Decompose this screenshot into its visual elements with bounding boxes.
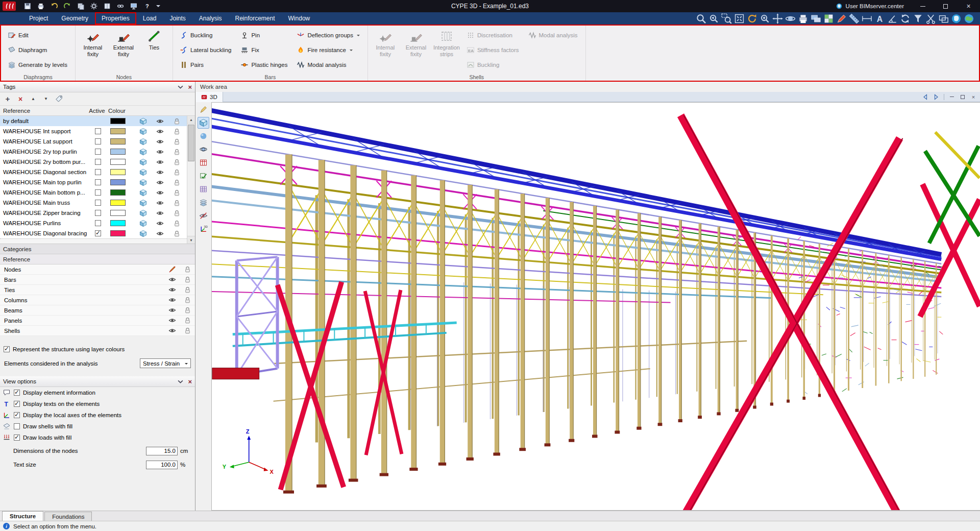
tag-3d-toggle[interactable]	[135, 179, 152, 186]
layer-colours-checkbox[interactable]	[4, 346, 10, 352]
view-option-checkbox[interactable]	[14, 423, 20, 429]
tag-visibility-toggle[interactable]	[152, 179, 168, 186]
tag-lock-toggle[interactable]	[168, 138, 185, 146]
tag-colour-swatch[interactable]	[110, 128, 126, 134]
category-lock-toggle[interactable]	[180, 296, 195, 304]
tag-visibility-toggle[interactable]	[152, 199, 168, 207]
tag-3d-toggle[interactable]	[135, 189, 152, 197]
tag-lock-toggle[interactable]	[168, 189, 185, 197]
tag-row[interactable]: WAREHOUSE Diagonal bracing	[0, 228, 187, 238]
screens-icon[interactable]	[810, 13, 822, 23]
ribbon-fire-resistance-button[interactable]: Fire resistance	[294, 43, 362, 56]
close-panel-icon[interactable]: ×	[188, 378, 192, 385]
view-option-checkbox[interactable]	[14, 390, 20, 396]
ribbon-pairs-button[interactable]: Pairs	[177, 58, 234, 71]
tags-scrollbar[interactable]: ▲ ▼	[187, 116, 195, 244]
text-style-icon[interactable]: A	[874, 13, 886, 23]
zoom-extents-icon[interactable]	[733, 13, 745, 23]
category-row-nodes[interactable]: Nodes	[0, 264, 195, 275]
tag-active-checkbox[interactable]	[95, 128, 101, 134]
menu-window[interactable]: Window	[282, 12, 317, 25]
category-row-panels[interactable]: Panels	[0, 316, 195, 326]
category-visibility-toggle[interactable]	[164, 286, 180, 294]
add-tag-button[interactable]: +	[4, 94, 11, 103]
tag-3d-toggle[interactable]	[135, 199, 152, 207]
tag-3d-toggle[interactable]	[135, 138, 152, 146]
print-button[interactable]	[35, 1, 46, 11]
bimserver-account-button[interactable]: User BIMserver.center	[828, 0, 911, 12]
category-visibility-toggle[interactable]	[164, 276, 180, 283]
category-row-columns[interactable]: Columns	[0, 295, 195, 305]
orbit-icon[interactable]	[785, 13, 796, 23]
ribbon-diaphragm-button[interactable]: Diaphragm	[5, 43, 70, 56]
menu-analysis[interactable]: Analysis	[192, 12, 229, 25]
maximize-button[interactable]	[934, 0, 957, 12]
maximize-view-button[interactable]	[958, 93, 967, 101]
tag-visibility-toggle[interactable]	[152, 158, 168, 166]
previous-view-button[interactable]	[921, 93, 930, 101]
web-globe-icon[interactable]	[963, 13, 975, 23]
tag-colour-swatch[interactable]	[110, 230, 126, 236]
redraw-icon[interactable]	[746, 13, 758, 23]
tag-row[interactable]: WAREHOUSE Diagonal section	[0, 167, 187, 177]
ribbon-generate-by-levels-button[interactable]: Generate by levels	[5, 58, 70, 71]
tag-visibility-toggle[interactable]	[152, 220, 168, 227]
tag-visibility-toggle[interactable]	[152, 128, 168, 135]
check-tool[interactable]	[198, 170, 209, 182]
tab-foundations[interactable]: Foundations	[44, 512, 92, 521]
tag-3d-toggle[interactable]	[135, 148, 152, 156]
category-lock-toggle[interactable]	[180, 286, 195, 294]
tag-lock-toggle[interactable]	[168, 148, 185, 156]
cut-icon[interactable]	[925, 13, 937, 23]
category-visibility-toggle[interactable]	[164, 266, 180, 273]
ribbon-fix-button[interactable]: Fix	[238, 43, 290, 56]
ribbon-plastic-hinges-button[interactable]: Plastic hinges	[238, 58, 290, 71]
category-row-beams[interactable]: Beams	[0, 305, 195, 316]
ribbon-lateral-buckling-button[interactable]: Lateral buckling	[177, 43, 234, 56]
tag-lock-toggle[interactable]	[168, 168, 185, 176]
tag-lock-toggle[interactable]	[168, 158, 185, 166]
tab-3d[interactable]: 3D	[196, 92, 223, 102]
tag-active-checkbox[interactable]	[95, 200, 101, 206]
tab-structure[interactable]: Structure	[2, 511, 43, 521]
link-button[interactable]	[115, 1, 126, 11]
render-tool[interactable]	[198, 130, 209, 142]
copy-button[interactable]	[75, 1, 86, 11]
tag-colour-swatch[interactable]	[110, 189, 126, 196]
move-down-button[interactable]: ▼	[42, 96, 50, 101]
tag-visibility-toggle[interactable]	[152, 230, 168, 237]
dimension-icon[interactable]	[861, 13, 873, 23]
tag-lock-toggle[interactable]	[168, 209, 185, 217]
tag-active-checkbox[interactable]	[95, 149, 101, 155]
tag-visibility-toggle[interactable]	[152, 117, 168, 125]
tag-row[interactable]: WAREHOUSE 2ry top purlin	[0, 147, 187, 157]
tag-row[interactable]: WAREHOUSE Int support	[0, 126, 187, 136]
texture-icon[interactable]	[823, 13, 835, 23]
ruler-icon[interactable]	[848, 13, 860, 23]
scrollbar-thumb[interactable]	[188, 125, 194, 161]
pan-icon[interactable]	[772, 13, 783, 23]
close-view-button[interactable]: ×	[969, 93, 978, 101]
menu-project[interactable]: Project	[22, 12, 55, 25]
tag-visibility-toggle[interactable]	[152, 168, 168, 176]
configuration-button[interactable]	[88, 1, 100, 11]
tag-colour-swatch[interactable]	[110, 159, 126, 165]
category-lock-toggle[interactable]	[180, 276, 195, 283]
tag-active-checkbox[interactable]	[95, 210, 101, 216]
category-row-bars[interactable]: Bars	[0, 275, 195, 285]
tag-active-checkbox[interactable]	[95, 189, 101, 196]
delete-tag-button[interactable]: ×	[17, 95, 24, 103]
tag-lock-toggle[interactable]	[168, 199, 185, 207]
tag-active-checkbox[interactable]	[95, 138, 101, 144]
tag-row[interactable]: WAREHOUSE Zipper bracing	[0, 208, 187, 218]
help-button[interactable]: ?	[141, 1, 153, 11]
tag-3d-toggle[interactable]	[135, 220, 152, 227]
view-option-checkbox[interactable]	[14, 401, 20, 407]
bim-globe-icon[interactable]	[950, 13, 962, 23]
tag-visibility-toggle[interactable]	[152, 148, 168, 156]
text-size-input[interactable]	[146, 461, 178, 469]
close-button[interactable]: ×	[957, 0, 980, 12]
tag-visibility-toggle[interactable]	[152, 209, 168, 217]
collapse-panel-icon[interactable]	[178, 85, 183, 89]
category-visibility-toggle[interactable]	[164, 296, 180, 304]
